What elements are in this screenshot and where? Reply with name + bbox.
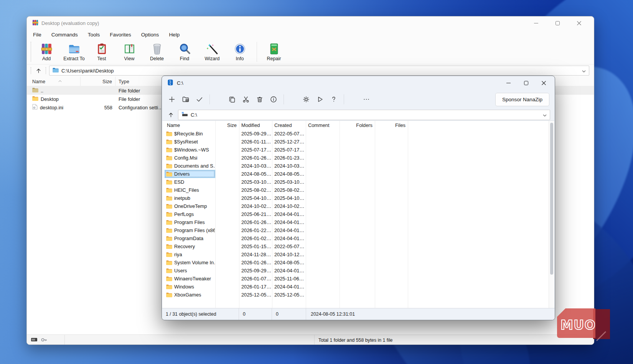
scrollbar-thumb[interactable]: [550, 123, 553, 275]
file-name: XboxGames: [174, 292, 201, 298]
maximize-button[interactable]: [549, 16, 566, 30]
close-button[interactable]: [535, 76, 552, 90]
add-button[interactable]: [166, 93, 178, 106]
chevron-down-icon[interactable]: [582, 68, 586, 74]
svg-text:MUO: MUO: [560, 318, 595, 333]
nanazip-file-row[interactable]: Program Files 2026-01-26… 2024-04-01…: [162, 218, 549, 226]
nanazip-file-row[interactable]: Program Files (x86) 2026-01-22… 2024-04-…: [162, 226, 549, 234]
column-header-created[interactable]: Created: [272, 122, 306, 128]
file-name: Documents and S…: [174, 163, 215, 169]
column-header-name[interactable]: Name: [29, 77, 81, 86]
winrar-window-controls: [527, 16, 588, 30]
winrar-address-bar[interactable]: C:\Users\panki\Desktop: [49, 66, 589, 76]
menu-item[interactable]: Favorites: [110, 32, 131, 38]
chevron-down-icon[interactable]: [543, 112, 547, 118]
address-grip[interactable]: [46, 67, 46, 74]
repair-button[interactable]: Repair: [260, 40, 288, 64]
file-name: Users: [174, 268, 187, 273]
winrar-titlebar[interactable]: Desktop (evaluation copy): [27, 16, 594, 30]
nanazip-file-row[interactable]: XboxGames 2025-12-05… 2025-12-05…: [162, 291, 549, 299]
nanazip-file-row[interactable]: Documents and S… 2024-10-03… 2024-10-03…: [162, 162, 549, 170]
address-grip[interactable]: [31, 67, 31, 74]
find-button[interactable]: Find: [171, 40, 198, 64]
wizard-button[interactable]: Wizard: [198, 40, 226, 64]
nanazip-address-bar[interactable]: C:\: [178, 110, 550, 120]
column-header-files[interactable]: Files: [375, 122, 408, 128]
nanazip-file-row[interactable]: Windows 2026-01-17… 2024-04-01…: [162, 283, 549, 291]
vertical-scrollbar[interactable]: [549, 121, 554, 308]
help-button[interactable]: [328, 93, 340, 106]
nanazip-file-row[interactable]: Users 2025-09-29… 2024-04-01…: [162, 267, 549, 275]
nanazip-file-row[interactable]: Recovery 2025-01-15… 2022-05-07…: [162, 242, 549, 250]
run-button[interactable]: [314, 93, 326, 106]
folder-icon: [166, 139, 172, 144]
nanazip-file-row[interactable]: ESD 2025-03-10… 2025-03-10…: [162, 178, 549, 186]
nanazip-file-row[interactable]: System Volume In… 2026-01-26… 2024-08-05…: [162, 259, 549, 267]
file-name: $Recycle.Bin: [174, 131, 203, 137]
minimize-button[interactable]: [499, 76, 517, 90]
extract-button[interactable]: [180, 93, 192, 106]
file-name: Config.Msi: [174, 155, 197, 161]
menu-item[interactable]: Help: [169, 32, 180, 38]
folder-icon: [166, 276, 172, 281]
minimize-button[interactable]: [527, 16, 545, 30]
maximize-button[interactable]: [517, 76, 535, 90]
extract-to-button[interactable]: Extract To: [60, 40, 88, 64]
properties-button[interactable]: [267, 93, 280, 106]
nanazip-file-row[interactable]: Config.Msi 2026-01-26… 2026-01-23…: [162, 154, 549, 162]
move-button[interactable]: [240, 93, 252, 106]
nanazip-file-row[interactable]: $Windows.~WS 2025-07-17… 2025-07-17…: [162, 146, 549, 154]
column-header-size[interactable]: Size: [81, 77, 115, 86]
nanazip-file-row[interactable]: PerfLogs 2025-06-21… 2024-04-01…: [162, 210, 549, 218]
file-icon: [32, 87, 38, 94]
nanazip-file-row[interactable]: OneDriveTemp 2024-10-02… 2024-10-02…: [162, 202, 549, 210]
toolbar-grip[interactable]: [31, 42, 31, 62]
delete-button[interactable]: Delete: [143, 40, 171, 64]
nanazip-file-row[interactable]: ProgramData 2026-01-02… 2024-04-01…: [162, 234, 549, 242]
column-header-name[interactable]: Name: [165, 122, 215, 128]
menu-item[interactable]: Options: [141, 32, 159, 38]
column-header-comment[interactable]: Comment: [306, 122, 340, 128]
add-button[interactable]: Add: [33, 40, 60, 64]
folder-icon: [166, 180, 172, 184]
column-header-modified[interactable]: Modified: [239, 122, 272, 128]
copy-button[interactable]: [226, 93, 238, 106]
close-button[interactable]: [570, 16, 588, 30]
column-header-size[interactable]: Size: [215, 122, 239, 128]
menu-item[interactable]: Commands: [51, 32, 78, 38]
nanazip-file-row[interactable]: WinaeroTweaker 2026-01-07… 2025-11-06…: [162, 275, 549, 283]
toolbar-icon: [68, 43, 81, 55]
test-button[interactable]: Test: [88, 40, 115, 64]
settings-button[interactable]: [300, 93, 312, 106]
column-header-folders[interactable]: Folders: [340, 122, 375, 128]
toolbar-label: Find: [180, 56, 189, 61]
desktop: Desktop (evaluation copy) FileCommandsTo…: [0, 0, 633, 364]
nanazip-file-row[interactable]: $SysReset 2026-01-11… 2025-12-27…: [162, 138, 549, 146]
menu-item[interactable]: Tools: [88, 32, 100, 38]
nanazip-file-list: $Recycle.Bin 2025-09-29… 2022-05-07… $: [162, 130, 549, 308]
folder-icon: [166, 163, 172, 168]
up-one-level-button[interactable]: [165, 110, 176, 119]
file-name: ESD: [174, 179, 184, 185]
nanazip-titlebar[interactable]: C:\: [162, 76, 555, 90]
info-button[interactable]: Info: [226, 40, 254, 64]
winrar-app-icon: [32, 20, 38, 27]
sponsor-nanazip-button[interactable]: Sponsor NanaZip: [495, 93, 549, 106]
menu-item[interactable]: File: [33, 32, 41, 38]
nanazip-file-row[interactable]: inetpub 2025-04-10… 2025-04-10…: [162, 194, 549, 202]
toolbar-label: Delete: [150, 56, 164, 61]
nanazip-file-row[interactable]: riya 2024-11-28… 2024-10-12…: [162, 250, 549, 259]
more-button[interactable]: [360, 93, 373, 106]
folder-icon: [166, 268, 172, 273]
test-button[interactable]: [193, 93, 206, 106]
muo-logo-dark-shape: [593, 309, 610, 339]
toolbar-label: Repair: [267, 56, 281, 61]
folder-icon: [166, 292, 172, 297]
nanazip-file-row[interactable]: $Recycle.Bin 2025-09-29… 2022-05-07…: [162, 130, 549, 138]
up-one-level-button[interactable]: [33, 66, 44, 75]
nanazip-file-row[interactable]: HEIC_Files 2025-08-02… 2025-08-02…: [162, 186, 549, 194]
delete-button[interactable]: [254, 93, 266, 106]
view-button[interactable]: View: [115, 40, 143, 64]
nanazip-list-header: Name Size Modified Created Comment Folde…: [162, 121, 554, 130]
nanazip-file-row[interactable]: Drivers 2024-08-05… 2024-08-05…: [162, 170, 549, 178]
